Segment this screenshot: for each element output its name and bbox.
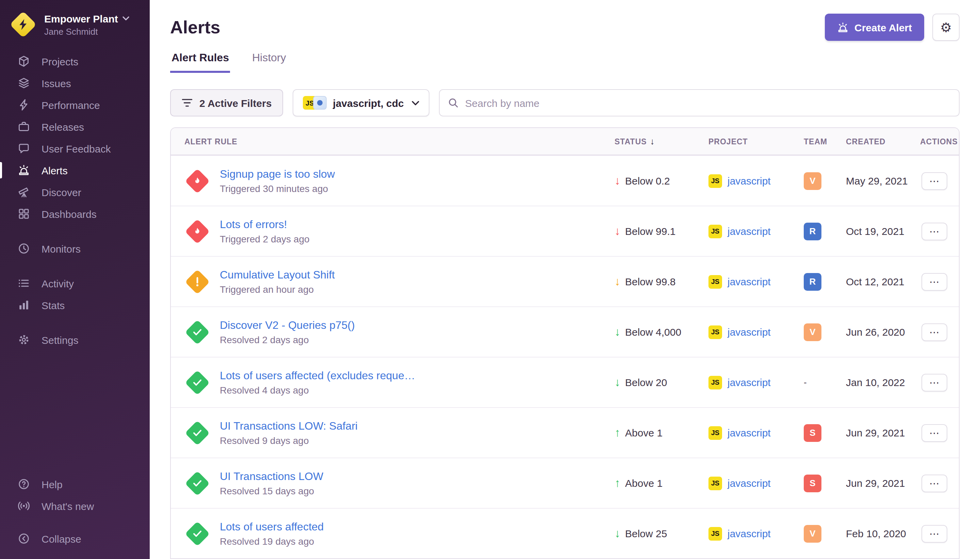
status-value: Below 99.1 (625, 225, 675, 237)
alert-rule-link[interactable]: Cumulative Layout Shift (220, 269, 335, 281)
row-actions-button[interactable]: ⋯ (921, 273, 947, 290)
created-date: Jun 26, 2020 (836, 326, 911, 338)
javascript-platform-icon: JS (708, 224, 722, 238)
project-link[interactable]: javascript (728, 225, 771, 237)
status-value: Above 1 (625, 427, 663, 438)
project-link[interactable]: javascript (728, 326, 771, 338)
sidebar-item-label: User Feedback (41, 143, 111, 154)
sidebar-item-whats-new[interactable]: What's new (0, 495, 150, 517)
alert-rule-link[interactable]: Lots of errors! (220, 218, 310, 230)
trend-arrow-icon: ↓ (615, 528, 620, 539)
row-actions-button[interactable]: ⋯ (921, 424, 947, 442)
exclamation-icon (196, 277, 199, 286)
status-value: Below 20 (625, 377, 667, 388)
sidebar-item-activity[interactable]: Activity (0, 272, 150, 294)
trend-arrow-icon: ↑ (615, 477, 620, 489)
active-filters-button[interactable]: 2 Active Filters (170, 89, 283, 116)
check-icon (193, 379, 202, 386)
team-avatar: S (804, 424, 822, 442)
sidebar-item-dashboards[interactable]: Dashboards (0, 203, 150, 225)
list-icon (18, 277, 30, 289)
trend-arrow-icon: ↓ (615, 276, 620, 287)
broadcast-icon (18, 500, 30, 512)
tab-history[interactable]: History (251, 52, 287, 73)
sidebar-item-label: Collapse (41, 533, 81, 544)
active-filters-label: 2 Active Filters (200, 97, 272, 109)
sidebar-item-discover[interactable]: Discover (0, 181, 150, 203)
sidebar-nav: Projects Issues Performance Releases Use… (0, 42, 150, 351)
alert-severity-icon (185, 521, 210, 546)
sidebar-item-settings[interactable]: Settings (0, 329, 150, 351)
project-link[interactable]: javascript (728, 477, 771, 489)
status-value: Above 1 (625, 477, 663, 489)
cdc-platform-icon (313, 96, 327, 110)
column-header-status[interactable]: STATUS ↓ (605, 136, 699, 146)
org-switcher[interactable]: Empower Plant Jane Schmidt (0, 10, 150, 42)
team-avatar: R (804, 222, 822, 240)
flame-icon (193, 176, 202, 185)
tab-alert-rules[interactable]: Alert Rules (170, 52, 230, 73)
alert-rule-link[interactable]: UI Transactions LOW: Safari (220, 420, 358, 432)
sidebar-item-performance[interactable]: Performance (0, 94, 150, 116)
alert-rule-link[interactable]: Discover V2 - Queries p75() (220, 319, 355, 331)
project-link[interactable]: javascript (728, 528, 771, 539)
sidebar-item-monitors[interactable]: Monitors (0, 238, 150, 260)
created-date: May 29, 2021 (836, 175, 911, 187)
alert-rule-link[interactable]: Signup page is too slow (220, 168, 335, 180)
check-icon (193, 480, 202, 486)
page-title: Alerts (170, 17, 220, 38)
clock-icon (18, 242, 30, 255)
row-actions-button[interactable]: ⋯ (921, 172, 947, 190)
status-cell: ↑ Above 1 (605, 477, 699, 489)
search-input[interactable] (465, 97, 951, 109)
project-filter-dropdown[interactable]: JS javascript, cdc (293, 89, 429, 116)
sidebar-item-stats[interactable]: Stats (0, 294, 150, 316)
project-link[interactable]: javascript (728, 276, 771, 287)
status-cell: ↓ Below 0.2 (605, 175, 699, 187)
sidebar-item-help[interactable]: Help (0, 473, 150, 495)
row-actions-button[interactable]: ⋯ (921, 374, 947, 391)
sidebar-item-alerts[interactable]: Alerts (0, 159, 150, 181)
sidebar-item-issues[interactable]: Issues (0, 72, 150, 94)
row-actions-button[interactable]: ⋯ (921, 323, 947, 341)
sidebar-item-label: What's new (41, 500, 94, 512)
alert-rule-link[interactable]: Lots of users affected (excludes reque… (220, 369, 415, 382)
javascript-platform-icon: JS (708, 325, 722, 339)
project-link[interactable]: javascript (728, 427, 771, 438)
status-value: Below 0.2 (625, 175, 670, 187)
row-actions-button[interactable]: ⋯ (921, 474, 947, 492)
sidebar-item-collapse[interactable]: Collapse (0, 528, 150, 549)
issues-icon (18, 77, 30, 89)
table-row: Lots of users affected Resolved 19 days … (171, 508, 959, 558)
alert-severity-icon (185, 269, 210, 294)
status-cell: ↓ Below 4,000 (605, 326, 699, 338)
project-link[interactable]: javascript (728, 377, 771, 388)
sidebar-item-user-feedback[interactable]: User Feedback (0, 137, 150, 159)
column-header-actions: ACTIONS (911, 137, 959, 146)
create-alert-button[interactable]: Create Alert (825, 13, 924, 41)
alert-rule-link[interactable]: UI Transactions LOW (220, 470, 323, 482)
sidebar-item-label: Alerts (41, 164, 68, 176)
trend-arrow-icon: ↓ (615, 326, 620, 338)
gear-icon (18, 334, 30, 346)
row-actions-button[interactable]: ⋯ (921, 524, 947, 542)
row-actions-button[interactable]: ⋯ (921, 222, 947, 240)
alert-rule-detail: Resolved 2 days ago (220, 334, 355, 345)
alert-severity-icon (185, 168, 210, 194)
sidebar-item-releases[interactable]: Releases (0, 116, 150, 137)
project-link[interactable]: javascript (728, 175, 771, 187)
page-header: Alerts Create Alert ⚙ (150, 0, 980, 41)
alert-rule-link[interactable]: Lots of users affected (220, 521, 323, 533)
siren-icon (18, 164, 30, 176)
column-header-team: TEAM (794, 137, 836, 146)
settings-button[interactable]: ⚙ (932, 13, 960, 41)
sidebar-item-projects[interactable]: Projects (0, 50, 150, 72)
lightning-bolt-icon (19, 19, 27, 30)
alert-rule-detail: Triggered an hour ago (220, 284, 335, 294)
sidebar-item-label: Stats (41, 299, 64, 311)
search-box (439, 89, 960, 116)
created-date: Feb 10, 2020 (836, 528, 911, 539)
app-root: Empower Plant Jane Schmidt Projects Issu… (0, 0, 980, 559)
sidebar-item-label: Projects (41, 56, 78, 67)
alert-rule-detail: Triggered 30 minutes ago (220, 183, 335, 194)
